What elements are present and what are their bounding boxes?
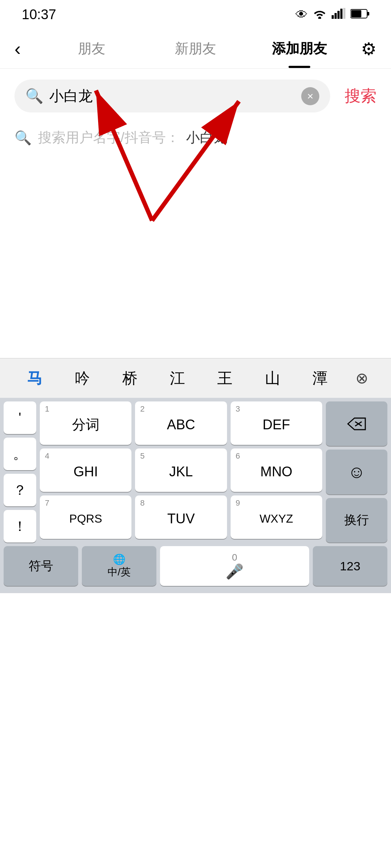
search-clear-button[interactable]: × bbox=[301, 87, 319, 105]
suggestion-item-2[interactable]: 桥 bbox=[106, 363, 154, 393]
search-bar[interactable]: 🔍 小白龙 × bbox=[14, 80, 330, 112]
signal-icon bbox=[332, 8, 345, 22]
status-time: 10:37 bbox=[22, 7, 56, 22]
key-label-wxyz: WXYZ bbox=[260, 512, 293, 526]
svg-rect-6 bbox=[367, 12, 369, 16]
lang-label: 中/英 bbox=[108, 565, 131, 579]
search-area: 🔍 小白龙 × 搜索 bbox=[0, 69, 391, 120]
svg-rect-3 bbox=[340, 9, 342, 19]
suggestion-row[interactable]: 🔍 搜索用户名字/抖音号： 小白龙 bbox=[0, 120, 391, 156]
key-label-pqrs: PQRS bbox=[69, 512, 102, 526]
emoji-key[interactable]: ☺ bbox=[326, 450, 387, 494]
keyboard-right-col: ☺ 换行 bbox=[326, 398, 391, 542]
key-pqrs[interactable]: 7 PQRS bbox=[40, 495, 131, 539]
suggestion-item-0[interactable]: 马 bbox=[11, 363, 58, 393]
globe-icon: 🌐 bbox=[113, 553, 126, 565]
num-switch-key[interactable]: 123 bbox=[313, 546, 387, 586]
status-bar: 10:37 👁 bbox=[0, 0, 391, 29]
tab-new-friends[interactable]: 新朋友 bbox=[144, 36, 248, 61]
nav-bar: ‹ 朋友 新朋友 添加朋友 ⚙ bbox=[0, 29, 391, 69]
keyboard-row-3: 7 PQRS 8 TUV 9 WXYZ bbox=[36, 492, 326, 542]
keyboard-keys: 1 分词 2 ABC 3 DEF 4 GHI 5 bbox=[36, 398, 326, 542]
key-abc[interactable]: 2 ABC bbox=[135, 401, 227, 445]
suggestion-item-3[interactable]: 江 bbox=[154, 363, 201, 393]
punct-key-period[interactable]: 。 bbox=[4, 438, 36, 470]
keyboard-row-1: 1 分词 2 ABC 3 DEF bbox=[36, 398, 326, 445]
suggestion-item-4[interactable]: 王 bbox=[201, 363, 249, 393]
mic-icon: 🎤 bbox=[226, 563, 244, 580]
key-label-def: DEF bbox=[262, 417, 290, 433]
tab-add-friends[interactable]: 添加朋友 bbox=[247, 36, 351, 61]
key-num-7: 7 bbox=[45, 498, 49, 508]
keyboard-bottom-row: 符号 🌐 中/英 0 🎤 123 bbox=[0, 542, 391, 593]
suggestion-item-5[interactable]: 山 bbox=[249, 363, 296, 393]
key-wxyz[interactable]: 9 WXYZ bbox=[231, 495, 322, 539]
tab-friends[interactable]: 朋友 bbox=[40, 36, 144, 61]
key-jkl[interactable]: 5 JKL bbox=[135, 448, 227, 492]
key-num-1: 1 bbox=[45, 404, 49, 414]
back-button[interactable]: ‹ bbox=[14, 38, 40, 60]
key-num-9: 9 bbox=[236, 498, 240, 508]
search-input[interactable]: 小白龙 bbox=[49, 86, 295, 106]
key-label-ghi: GHI bbox=[73, 464, 98, 480]
suggestion-label: 搜索用户名字/抖音号： bbox=[38, 128, 180, 147]
key-num-8: 8 bbox=[140, 498, 144, 508]
punct-key-question[interactable]: ？ bbox=[4, 474, 36, 506]
key-tuv[interactable]: 8 TUV bbox=[135, 495, 227, 539]
svg-rect-4 bbox=[343, 8, 345, 19]
enter-key[interactable]: 换行 bbox=[326, 498, 387, 542]
space-number: 0 bbox=[232, 552, 237, 563]
suggestion-delete-button[interactable]: ⊗ bbox=[344, 369, 380, 387]
svg-rect-2 bbox=[337, 11, 340, 19]
lang-switch-key[interactable]: 🌐 中/英 bbox=[82, 546, 156, 586]
space-key[interactable]: 0 🎤 bbox=[160, 546, 309, 586]
suggestion-keyword: 小白龙 bbox=[186, 128, 227, 147]
wifi-icon bbox=[313, 7, 327, 22]
key-label-abc: ABC bbox=[167, 417, 195, 433]
suggestion-search-icon: 🔍 bbox=[14, 130, 31, 146]
keyboard: ' 。 ？ ！ 1 分词 2 ABC 3 DEF bbox=[0, 398, 391, 593]
blank-space bbox=[0, 156, 391, 358]
key-def[interactable]: 3 DEF bbox=[231, 401, 322, 445]
key-label-tuv: TUV bbox=[167, 511, 195, 527]
key-num-4: 4 bbox=[45, 451, 49, 461]
key-num-2: 2 bbox=[140, 404, 144, 414]
status-icons: 👁 bbox=[295, 7, 369, 22]
fuhao-key[interactable]: 符号 bbox=[4, 546, 78, 586]
keyboard-suggestion-bar: 马 吟 桥 江 王 山 潭 ⊗ bbox=[0, 358, 391, 398]
backspace-key[interactable] bbox=[326, 401, 387, 446]
settings-button[interactable]: ⚙ bbox=[351, 39, 377, 59]
key-mno[interactable]: 6 MNO bbox=[231, 448, 322, 492]
key-label-fenCi: 分词 bbox=[72, 416, 100, 434]
search-button[interactable]: 搜索 bbox=[345, 85, 377, 107]
nav-tabs: 朋友 新朋友 添加朋友 bbox=[40, 36, 351, 61]
key-num-6: 6 bbox=[236, 451, 240, 461]
keyboard-main: ' 。 ？ ！ 1 分词 2 ABC 3 DEF bbox=[0, 398, 391, 542]
eye-icon: 👁 bbox=[295, 8, 308, 22]
key-label-jkl: JKL bbox=[169, 464, 193, 480]
suggestion-item-1[interactable]: 吟 bbox=[58, 363, 106, 393]
punct-key-exclaim[interactable]: ！ bbox=[4, 510, 36, 542]
punct-key-apostrophe[interactable]: ' bbox=[4, 401, 36, 434]
key-ghi[interactable]: 4 GHI bbox=[40, 448, 131, 492]
keyboard-row-2: 4 GHI 5 JKL 6 MNO bbox=[36, 445, 326, 492]
battery-icon bbox=[350, 8, 369, 22]
key-fenCi[interactable]: 1 分词 bbox=[40, 401, 131, 445]
suggestion-item-6[interactable]: 潭 bbox=[297, 363, 344, 393]
svg-rect-7 bbox=[351, 10, 361, 17]
key-num-3: 3 bbox=[236, 404, 240, 414]
svg-rect-0 bbox=[332, 15, 334, 19]
svg-rect-1 bbox=[335, 13, 337, 19]
search-icon: 🔍 bbox=[25, 88, 43, 105]
left-punct-col: ' 。 ？ ！ bbox=[0, 398, 36, 542]
key-label-mno: MNO bbox=[260, 464, 293, 480]
key-num-5: 5 bbox=[140, 451, 144, 461]
